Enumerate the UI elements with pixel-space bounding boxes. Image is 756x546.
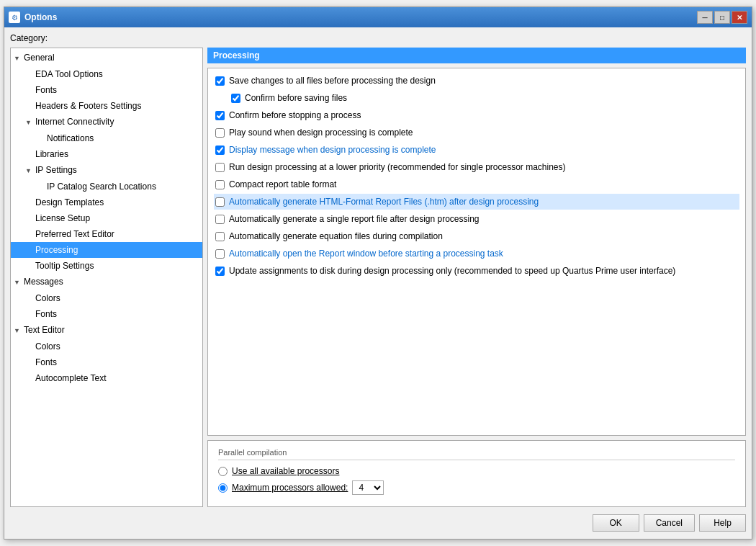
- sidebar-item-tooltip-settings[interactable]: Tooltip Settings: [11, 258, 202, 274]
- sidebar-item-ip-settings[interactable]: ▼IP Settings: [11, 162, 202, 179]
- radio-row-all-processors: Use all available processors: [218, 466, 735, 476]
- help-button[interactable]: Help: [699, 514, 746, 532]
- sidebar-item-colors-text-editor[interactable]: Colors: [11, 339, 202, 354]
- cancel-button[interactable]: Cancel: [644, 514, 695, 532]
- sidebar-item-ip-catalog-search[interactable]: IP Catalog Search Locations: [11, 179, 202, 194]
- label-display-message: Display message when design processing i…: [229, 143, 436, 156]
- checkbox-display-message[interactable]: [215, 146, 225, 155]
- option-row-auto-single-report: Automatically generate a single report f…: [214, 211, 739, 227]
- sidebar-item-notifications[interactable]: Notifications: [11, 130, 202, 146]
- minimize-button[interactable]: ─: [697, 11, 713, 24]
- option-row-confirm-saving: Confirm before saving files: [214, 90, 739, 106]
- label-confirm-stop: Confirm before stopping a process: [229, 109, 361, 122]
- expand-icon-general: ▼: [14, 52, 22, 65]
- label-all-processors: Use all available processors: [232, 466, 339, 476]
- checkbox-auto-open-report[interactable]: [215, 249, 225, 259]
- option-row-lower-priority: Run design processing at a lower priorit…: [214, 159, 739, 175]
- checkbox-confirm-stop[interactable]: [215, 111, 225, 120]
- option-row-play-sound: Play sound when design processing is com…: [214, 125, 739, 140]
- option-row-update-assignments: Update assignments to disk during design…: [214, 263, 739, 279]
- label-auto-html: Automatically generate HTML-Format Repor…: [229, 195, 539, 208]
- label-lower-priority: Run design processing at a lower priorit…: [229, 161, 566, 174]
- ok-button[interactable]: OK: [593, 514, 639, 532]
- checkbox-save-before-processing[interactable]: [215, 76, 225, 86]
- checkbox-auto-html[interactable]: [215, 197, 225, 207]
- title-buttons: ─ □ ✕: [697, 11, 747, 24]
- option-row-auto-open-report: Automatically open the Report window bef…: [214, 246, 739, 261]
- checkbox-auto-single-report[interactable]: [215, 215, 225, 224]
- parallel-title: Parallel compilation: [218, 448, 735, 460]
- sidebar-item-eda-tool-options[interactable]: EDA Tool Options: [11, 66, 202, 82]
- options-window: ⚙ Options ─ □ ✕ Category: ▼General EDA T…: [4, 6, 752, 540]
- expand-icon-messages: ▼: [14, 276, 22, 289]
- sidebar-item-fonts-messages[interactable]: Fonts: [11, 306, 202, 322]
- sidebar-item-preferred-text-editor[interactable]: Preferred Text Editor: [11, 226, 202, 242]
- sidebar-item-processing[interactable]: Processing: [11, 242, 202, 258]
- category-label: Category:: [10, 33, 746, 43]
- title-bar-left: ⚙ Options: [9, 12, 57, 23]
- checkbox-play-sound[interactable]: [215, 128, 225, 138]
- label-auto-open-report: Automatically open the Report window bef…: [229, 247, 503, 260]
- option-row-display-message: Display message when design processing i…: [214, 142, 739, 158]
- option-row-auto-html: Automatically generate HTML-Format Repor…: [214, 194, 739, 210]
- expand-icon-text-editor: ▼: [14, 324, 22, 337]
- checkbox-confirm-saving[interactable]: [231, 94, 240, 103]
- option-row-save-before-processing: Save changes to all files before process…: [214, 73, 739, 89]
- title-bar: ⚙ Options ─ □ ✕: [4, 7, 752, 27]
- radio-row-max-processors: Maximum processors allowed: 1 2 3 4 8 16: [218, 480, 735, 495]
- sidebar-item-license-setup[interactable]: License Setup: [11, 210, 202, 226]
- close-button[interactable]: ✕: [732, 11, 747, 24]
- main-area: ▼General EDA Tool Options Fonts Headers …: [10, 48, 746, 507]
- panel-header: Processing: [207, 48, 746, 63]
- option-row-confirm-stop: Confirm before stopping a process: [214, 107, 739, 123]
- label-compact-report: Compact report table format: [229, 178, 336, 191]
- option-row-compact-report: Compact report table format: [214, 176, 739, 192]
- max-processors-dropdown[interactable]: 1 2 3 4 8 16: [352, 480, 384, 495]
- option-row-auto-equation: Automatically generate equation files du…: [214, 228, 739, 244]
- expand-icon-internet: ▼: [25, 116, 34, 129]
- sidebar-item-text-editor[interactable]: ▼Text Editor: [11, 322, 202, 339]
- sidebar-item-libraries[interactable]: Libraries: [11, 146, 202, 162]
- sidebar-item-internet-connectivity[interactable]: ▼Internet Connectivity: [11, 114, 202, 130]
- checkbox-lower-priority[interactable]: [215, 163, 225, 172]
- maximize-button[interactable]: □: [714, 11, 730, 24]
- label-auto-single-report: Automatically generate a single report f…: [229, 212, 480, 225]
- sidebar-item-messages[interactable]: ▼Messages: [11, 274, 202, 290]
- checkbox-update-assignments[interactable]: [215, 267, 225, 276]
- sidebar-item-fonts-text-editor[interactable]: Fonts: [11, 354, 202, 370]
- label-confirm-saving: Confirm before saving files: [245, 91, 347, 104]
- window-icon: ⚙: [9, 12, 20, 23]
- expand-icon-ip: ▼: [25, 164, 34, 177]
- sidebar-tree[interactable]: ▼General EDA Tool Options Fonts Headers …: [10, 48, 203, 507]
- window-content: Category: ▼General EDA Tool Options Font…: [4, 27, 752, 539]
- options-panel: Save changes to all files before process…: [207, 68, 746, 436]
- sidebar-item-general[interactable]: ▼General: [11, 50, 202, 66]
- label-auto-equation: Automatically generate equation files du…: [229, 230, 443, 243]
- label-play-sound: Play sound when design processing is com…: [229, 126, 413, 139]
- label-save-before-processing: Save changes to all files before process…: [229, 74, 436, 87]
- radio-all-processors[interactable]: [218, 467, 228, 476]
- sidebar-item-colors-messages[interactable]: Colors: [11, 290, 202, 306]
- sidebar-item-headers-footers[interactable]: Headers & Footers Settings: [11, 98, 202, 114]
- radio-max-processors[interactable]: [218, 483, 228, 493]
- label-update-assignments: Update assignments to disk during design…: [229, 264, 675, 277]
- checkbox-compact-report[interactable]: [215, 180, 225, 189]
- right-panel: Processing Save changes to all files bef…: [207, 48, 746, 507]
- label-max-processors: Maximum processors allowed:: [232, 483, 348, 493]
- bottom-bar: OK Cancel Help: [10, 511, 746, 533]
- window-title: Options: [24, 12, 57, 22]
- checkbox-auto-equation[interactable]: [215, 232, 225, 241]
- sidebar-item-fonts-general[interactable]: Fonts: [11, 82, 202, 98]
- sidebar-item-design-templates[interactable]: Design Templates: [11, 194, 202, 210]
- parallel-section: Parallel compilation Use all available p…: [207, 440, 746, 507]
- sidebar-item-autocomplete-text[interactable]: Autocomplete Text: [11, 370, 202, 386]
